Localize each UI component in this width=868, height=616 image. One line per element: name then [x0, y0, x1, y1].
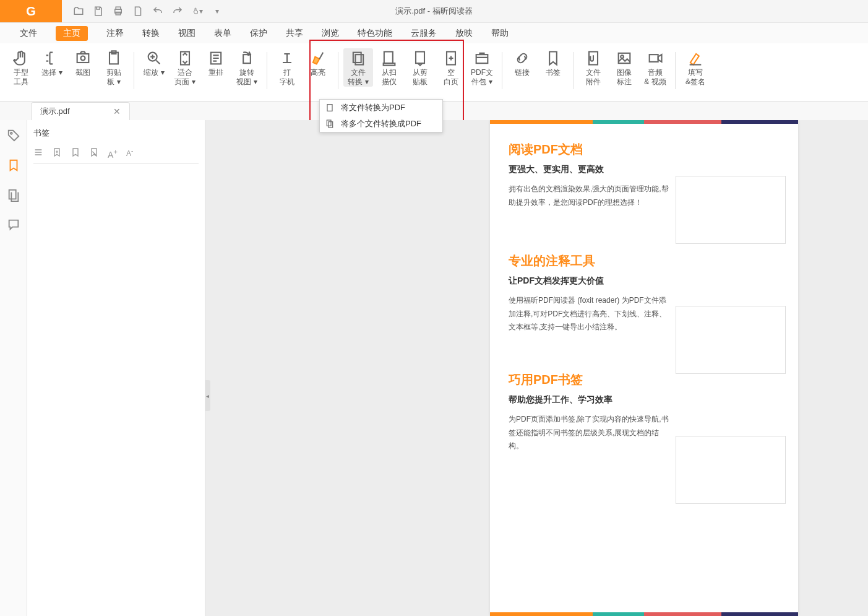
ribbon-label: 音频 & 视频 [644, 68, 666, 87]
ribbon-bookmark[interactable]: 书签 [538, 48, 568, 77]
menu-10[interactable]: 云服务 [411, 28, 437, 39]
section-subheading: 更强大、更实用、更高效 [509, 164, 780, 175]
ribbon-link[interactable]: 链接 [507, 48, 537, 77]
ribbon-typewriter[interactable]: 打 字机 [272, 48, 302, 87]
pages-icon[interactable] [7, 188, 20, 202]
app-logo[interactable]: G [0, 0, 62, 22]
svg-rect-24 [329, 122, 333, 128]
workspace: 书签 A+ A- ◂ 阅读PDF文档 更强大、更实用、更高效 拥有出色的文档渲染… [0, 120, 868, 616]
menu-6[interactable]: 保护 [250, 28, 267, 39]
font-smaller-icon[interactable]: A- [126, 147, 136, 157]
ribbon-select[interactable]: 选择 ▾ [37, 48, 67, 77]
delete-bookmark-icon[interactable] [89, 147, 99, 157]
menu-5[interactable]: 表单 [214, 28, 231, 39]
ribbon-label: 截图 [75, 68, 90, 77]
zoom-icon [145, 50, 163, 67]
tag-icon[interactable] [7, 129, 20, 142]
ribbon-highlight[interactable]: 高亮 [303, 48, 333, 77]
comments-icon[interactable] [7, 218, 20, 232]
svg-rect-19 [619, 53, 630, 63]
ribbon-label: 打 字机 [280, 68, 294, 87]
thumbnail-1 [676, 176, 786, 244]
ribbon-label: 高亮 [311, 68, 325, 77]
ribbon-label: 从剪 贴板 [413, 68, 428, 87]
reflow-icon [207, 50, 225, 67]
ribbon-separator [267, 52, 267, 89]
menu-4[interactable]: 视图 [178, 28, 196, 39]
ribbon-hand[interactable]: 手型 工具 [6, 48, 36, 87]
save-icon[interactable] [93, 6, 104, 17]
section-heading: 阅读PDF文档 [509, 141, 780, 158]
bookmark-icon[interactable] [7, 158, 20, 172]
thumbnail-2 [676, 306, 786, 374]
ribbon-label: PDF文 件包 ▾ [471, 68, 493, 87]
menu-0[interactable]: 文件 [20, 28, 37, 39]
ribbon-portfolio[interactable]: PDF文 件包 ▾ [467, 48, 497, 87]
ribbon-file-convert[interactable]: 文件 转换 ▾ [343, 48, 373, 87]
image-annot-icon [616, 50, 633, 67]
touch-mode-icon[interactable]: ▾ [192, 6, 203, 17]
ribbon-fit-page[interactable]: 适合 页面 ▾ [170, 48, 200, 87]
panel-collapse-handle[interactable]: ◂ [205, 380, 210, 411]
ribbon-scanner[interactable]: 从扫 描仪 [374, 48, 404, 87]
add-bookmark-icon[interactable] [52, 147, 62, 157]
redo-icon[interactable] [172, 6, 183, 17]
ribbon-screenshot[interactable]: 截图 [68, 48, 98, 77]
ribbon-image-annot[interactable]: 图像 标注 [609, 48, 639, 87]
ribbon-attachment[interactable]: 文件 附件 [578, 48, 608, 87]
svg-rect-13 [384, 52, 393, 64]
list-view-icon[interactable] [33, 147, 43, 157]
section-subheading: 让PDF文档发挥更大价值 [509, 275, 780, 287]
page-icon[interactable] [132, 6, 144, 17]
bookmark-tools: A+ A- [33, 145, 199, 164]
menu-7[interactable]: 共享 [286, 28, 303, 39]
clipboard-icon [105, 50, 122, 67]
menu-1[interactable]: 主页 [56, 26, 88, 41]
section-body: 使用福昕PDF阅读器 (foxit reader) 为PDF文件添加注释,可对P… [509, 294, 669, 334]
ribbon-reflow[interactable]: 重排 [201, 48, 231, 77]
ribbon-separator [502, 52, 502, 89]
typewriter-icon [278, 50, 296, 67]
page-color-bar-bottom [490, 612, 798, 616]
open-icon[interactable] [73, 6, 84, 17]
dropdown-item-label: 将多个文件转换成PDF [341, 118, 421, 129]
svg-rect-10 [243, 54, 251, 63]
multi-file-to-pdf-icon [325, 119, 335, 129]
section-body: 拥有出色的文档渲染效果,强大的页面管理功能,帮助提升效率，是您阅读PDF的理想选… [509, 183, 669, 209]
menu-2[interactable]: 注释 [106, 28, 124, 39]
svg-rect-12 [355, 54, 363, 64]
ribbon-fill-sign[interactable]: 填写 &签名 [681, 48, 710, 87]
menu-8[interactable]: 浏览 [322, 28, 339, 39]
menu-9[interactable]: 特色功能 [358, 28, 392, 39]
ribbon-rotate[interactable]: 旋转 视图 ▾ [232, 48, 262, 87]
svg-rect-15 [416, 52, 424, 64]
section-body: 为PDF页面添加书签,除了实现内容的快速导航,书签还能指明不同书签的层级关系,展… [509, 413, 669, 453]
qat-more-icon[interactable]: ▾ [212, 6, 223, 17]
ribbon-label: 空 白页 [444, 68, 458, 87]
ribbon-audio-video[interactable]: 音频 & 视频 [640, 48, 670, 87]
ribbon-blank-page[interactable]: 空 白页 [436, 48, 466, 87]
document-area[interactable]: ◂ 阅读PDF文档 更强大、更实用、更高效 拥有出色的文档渲染效果,强大的页面管… [205, 120, 868, 616]
ribbon-from-clipboard[interactable]: 从剪 贴板 [405, 48, 435, 87]
undo-icon[interactable] [152, 6, 163, 17]
ribbon-clipboard[interactable]: 剪贴 板 ▾ [99, 48, 129, 87]
menu-11[interactable]: 放映 [455, 28, 473, 39]
font-larger-icon[interactable]: A+ [108, 147, 118, 157]
dropdown-item-1[interactable]: 将多个文件转换成PDF [320, 116, 442, 132]
print-icon[interactable] [113, 6, 124, 17]
left-sidebar [0, 120, 27, 616]
ribbon-label: 从扫 描仪 [382, 68, 397, 87]
ribbon-zoom[interactable]: 缩放 ▾ [139, 48, 169, 77]
new-bookmark-icon[interactable] [71, 147, 80, 157]
dropdown-item-0[interactable]: 将文件转换为PDF [320, 100, 442, 116]
file-to-pdf-icon [325, 103, 335, 113]
window-title: 演示.pdf - 福昕阅读器 [395, 6, 472, 17]
menu-3[interactable]: 转换 [142, 28, 160, 39]
ribbon-label: 链接 [515, 68, 530, 77]
menu-12[interactable]: 帮助 [491, 28, 509, 39]
ribbon-label: 适合 页面 ▾ [174, 68, 195, 87]
section-subheading: 帮助您提升工作、学习效率 [509, 394, 780, 406]
close-icon[interactable]: ✕ [113, 106, 121, 116]
document-tab[interactable]: 演示.pdf ✕ [31, 102, 130, 120]
screenshot-icon [74, 50, 92, 67]
